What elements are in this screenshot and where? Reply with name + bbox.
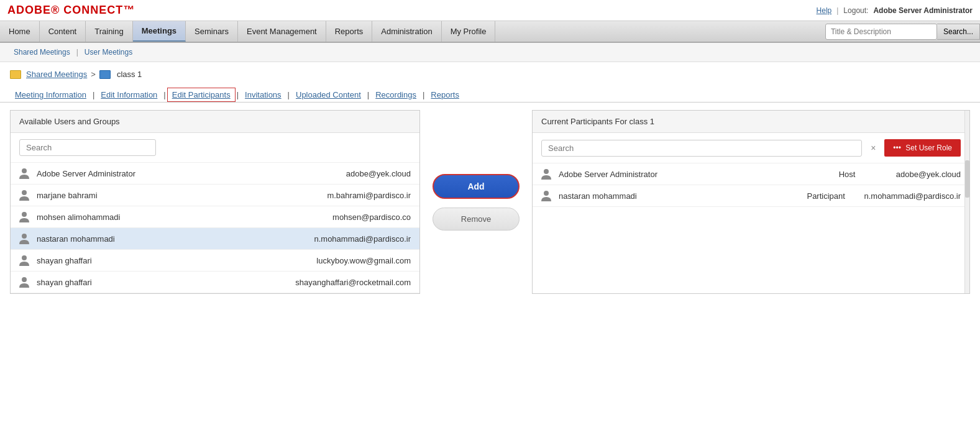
tabs-bar: Meeting Information | Edit Information |… <box>0 83 980 103</box>
user-name: shayan ghaffari <box>37 278 288 287</box>
add-button[interactable]: Add <box>433 174 520 199</box>
nav-content[interactable]: Content <box>40 21 86 42</box>
scrollbar-thumb[interactable] <box>965 160 969 198</box>
tab-invitations[interactable]: Invitations <box>240 88 286 102</box>
subnav-shared-meetings[interactable]: Shared Meetings <box>7 47 76 58</box>
tab-reports[interactable]: Reports <box>426 88 464 102</box>
svg-point-2 <box>22 212 27 217</box>
top-bar: ADOBE® CONNECT™ Help | Logout: Adobe Ser… <box>0 0 980 21</box>
participant-row[interactable]: nastaran mohammadi Participant n.mohamma… <box>533 185 969 207</box>
breadcrumb-arrow: > <box>91 70 96 79</box>
user-name: shayan ghaffari <box>37 256 309 265</box>
breadcrumb: Shared Meetings > class 1 <box>0 62 980 83</box>
user-name: mohsen alimohammadi <box>37 213 325 222</box>
user-icon <box>19 233 29 244</box>
user-row[interactable]: mohsen alimohammadi mohsen@pardisco.co <box>11 206 419 228</box>
tab-uploaded-content[interactable]: Uploaded Content <box>291 88 366 102</box>
participant-email: adobe@yek.cloud <box>896 170 961 179</box>
left-search-input[interactable] <box>19 139 156 156</box>
user-row[interactable]: Adobe Server Administrator adobe@yek.clo… <box>11 163 419 185</box>
participant-icon <box>541 168 551 180</box>
left-panel-title: Available Users and Groups <box>11 111 419 133</box>
svg-point-0 <box>22 168 27 173</box>
nav-meetings[interactable]: Meetings <box>133 21 186 42</box>
user-email: m.bahrami@pardisco.ir <box>327 191 411 200</box>
nav-event-management[interactable]: Event Management <box>238 21 326 42</box>
tab-meeting-information[interactable]: Meeting Information <box>10 88 91 102</box>
nav-bar: Home Content Training Meetings Seminars … <box>0 21 980 43</box>
logout-label: Logout: <box>843 6 868 15</box>
user-email: mohsen@pardisco.co <box>332 213 411 222</box>
middle-panel: Add Remove <box>420 110 532 294</box>
folder-icon <box>10 70 21 79</box>
sub-nav: Shared Meetings | User Meetings <box>0 43 980 62</box>
nav-seminars[interactable]: Seminars <box>186 21 238 42</box>
participant-row[interactable]: Adobe Server Administrator Host adobe@ye… <box>533 163 969 185</box>
nav-my-profile[interactable]: My Profile <box>442 21 496 42</box>
user-icon <box>19 277 29 288</box>
left-user-list: Adobe Server Administrator adobe@yek.clo… <box>11 163 419 293</box>
user-email: n.mohammadi@pardisco.ir <box>314 234 411 244</box>
set-role-button[interactable]: ••• Set User Role <box>884 139 961 157</box>
user-row-selected[interactable]: nastaran mohammadi n.mohammadi@pardisco.… <box>11 228 419 250</box>
svg-point-3 <box>22 234 27 239</box>
participant-list: Adobe Server Administrator Host adobe@ye… <box>533 163 969 207</box>
nav-search-area: Search... <box>825 21 980 42</box>
user-name: nastaran mohammadi <box>37 234 306 244</box>
svg-point-7 <box>544 191 549 196</box>
participant-name: Adobe Server Administrator <box>559 170 831 179</box>
participant-email: n.mohammadi@pardisco.ir <box>864 191 961 201</box>
nav-home[interactable]: Home <box>0 21 40 42</box>
user-icon <box>19 190 29 201</box>
app-logo: ADOBE® CONNECT™ <box>7 4 135 17</box>
nav-training[interactable]: Training <box>86 21 132 42</box>
user-email: shayanghaffari@rocketmail.com <box>295 278 411 287</box>
separator1: | <box>836 6 838 15</box>
right-panel-title: Current Participants For class 1 <box>541 117 654 126</box>
breadcrumb-shared-meetings[interactable]: Shared Meetings <box>26 70 87 79</box>
tab-edit-participants[interactable]: Edit Participants <box>167 88 236 102</box>
right-search-row: × ••• Set User Role <box>533 133 969 163</box>
participant-name: nastaran mohammadi <box>559 191 799 201</box>
participant-role: Host <box>839 170 889 179</box>
set-role-label: Set User Role <box>905 144 952 152</box>
right-search-input[interactable] <box>541 140 862 157</box>
user-email: adobe@yek.cloud <box>346 169 411 178</box>
logout-user[interactable]: Adobe Server Administrator <box>873 6 973 15</box>
user-row[interactable]: marjane bahrami m.bahrami@pardisco.ir <box>11 185 419 206</box>
tab-recordings[interactable]: Recordings <box>370 88 421 102</box>
set-role-dots: ••• <box>893 144 901 152</box>
nav-search-button[interactable]: Search... <box>937 24 980 40</box>
user-icon <box>19 211 29 222</box>
participant-icon <box>541 190 551 201</box>
user-name: Adobe Server Administrator <box>37 169 339 178</box>
subnav-user-meetings[interactable]: User Meetings <box>78 47 139 58</box>
right-panel: Current Participants For class 1 × ••• S… <box>532 110 970 294</box>
breadcrumb-current: class 1 <box>117 70 142 79</box>
participant-role: Participant <box>807 191 856 201</box>
left-panel: Available Users and Groups Adobe Server … <box>10 110 420 294</box>
svg-point-5 <box>22 277 27 282</box>
svg-point-4 <box>22 255 27 260</box>
scrollbar-track[interactable] <box>964 111 969 293</box>
user-icon <box>19 255 29 266</box>
left-search-row <box>11 133 419 163</box>
main-content: Available Users and Groups Adobe Server … <box>0 103 980 301</box>
user-row[interactable]: shayan ghaffari shayanghaffari@rocketmai… <box>11 272 419 293</box>
nav-administration[interactable]: Administration <box>372 21 441 42</box>
help-link[interactable]: Help <box>817 6 832 15</box>
svg-point-1 <box>22 190 27 195</box>
nav-reports[interactable]: Reports <box>326 21 373 42</box>
nav-search-input[interactable] <box>825 24 937 40</box>
user-email: luckyboy.wow@gmail.com <box>316 256 411 265</box>
user-icon <box>19 168 29 179</box>
top-right: Help | Logout: Adobe Server Administrato… <box>817 6 973 15</box>
remove-button[interactable]: Remove <box>433 208 520 231</box>
meeting-icon <box>99 70 111 79</box>
svg-point-6 <box>544 169 549 174</box>
user-row[interactable]: shayan ghaffari luckyboy.wow@gmail.com <box>11 250 419 272</box>
clear-search-button[interactable]: × <box>867 142 879 154</box>
user-name: marjane bahrami <box>37 191 319 200</box>
tab-edit-information[interactable]: Edit Information <box>96 88 162 102</box>
right-panel-header: Current Participants For class 1 <box>533 111 969 133</box>
